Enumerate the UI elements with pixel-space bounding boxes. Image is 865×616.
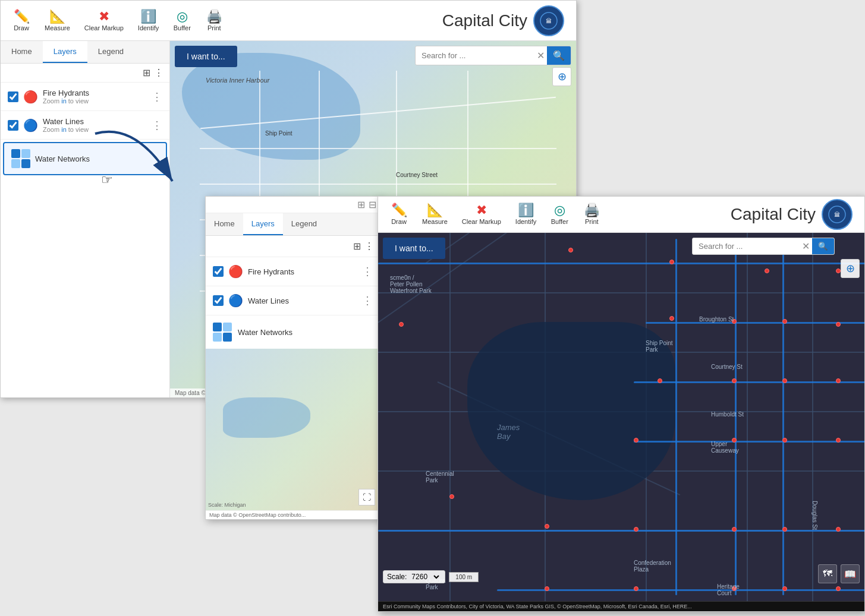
win3-buffer-button[interactable]: ◎ Buffer bbox=[545, 201, 574, 228]
hd13 bbox=[836, 378, 841, 383]
draw-button[interactable]: ✏️ Draw bbox=[7, 8, 36, 34]
water-networks-icon bbox=[11, 149, 30, 168]
sidebar1: Home Layers Legend ⊞ ⋮ 🔴 Fire Hydrants Z… bbox=[1, 41, 170, 397]
i-want-button1[interactable]: I want to... bbox=[175, 46, 237, 67]
map-label-harbour: Victoria Inner Harbour bbox=[206, 77, 269, 84]
svg-text:🏛: 🏛 bbox=[546, 18, 552, 24]
win3-book-icon[interactable]: 📖 bbox=[841, 564, 860, 583]
hd17 bbox=[836, 438, 841, 443]
tab-legend1[interactable]: Legend bbox=[87, 41, 134, 63]
street-h2 bbox=[200, 148, 556, 149]
hd5 bbox=[399, 322, 404, 327]
fire-hydrants-sub: Zoom in to view bbox=[43, 97, 147, 105]
tab-layers1[interactable]: Layers bbox=[43, 41, 87, 63]
win3-print-icon: 🖨️ bbox=[584, 204, 600, 217]
hd11 bbox=[732, 378, 737, 383]
win2-layer-toolbar: ⊞ ⋮ bbox=[206, 236, 380, 257]
clear-markup-button[interactable]: ✖ Clear Markup bbox=[78, 8, 130, 34]
win3-scale-bar: Scale: 7260 5000 10000 100 m bbox=[383, 570, 479, 583]
draw-label: Draw bbox=[14, 24, 29, 31]
win3-clear-markup-label: Clear Markup bbox=[462, 218, 501, 225]
street-h3 bbox=[200, 184, 556, 185]
layer-stack-icon[interactable]: ⊞ bbox=[143, 67, 150, 78]
hd1 bbox=[568, 248, 573, 252]
win2-collapse-icon[interactable]: ⊟ bbox=[369, 199, 376, 210]
win2-fire-name: Fire Hydrants bbox=[248, 267, 357, 276]
search-bar1: ✕ 🔍 bbox=[415, 46, 571, 65]
win3-search-clear[interactable]: ✕ bbox=[800, 238, 812, 254]
fire-hydrants-name: Fire Hydrants bbox=[43, 89, 147, 97]
measure-button[interactable]: 📐 Measure bbox=[39, 8, 76, 34]
search-input1[interactable] bbox=[416, 48, 534, 64]
win2-tab-legend[interactable]: Legend bbox=[283, 213, 325, 235]
win2-fire-menu[interactable]: ⋮ bbox=[362, 265, 373, 278]
win2-tab-layers[interactable]: Layers bbox=[243, 213, 283, 235]
app-logo1: 🏛 bbox=[533, 5, 564, 36]
win3-search-input[interactable] bbox=[693, 238, 800, 254]
win3-measure-button[interactable]: 📐 Measure bbox=[416, 201, 454, 228]
search-clear1[interactable]: ✕ bbox=[534, 48, 547, 64]
hd27 bbox=[782, 586, 787, 591]
water-networks-name: Water Networks bbox=[35, 154, 90, 163]
win2-tab-home[interactable]: Home bbox=[206, 213, 243, 235]
win3-identify-button[interactable]: ℹ️ Identify bbox=[509, 201, 542, 228]
win3-identify-label: Identify bbox=[515, 218, 536, 225]
win3-locate-btn[interactable]: ⊕ bbox=[841, 259, 860, 278]
hd8 bbox=[782, 319, 787, 324]
hd7 bbox=[732, 319, 737, 324]
win3-search-bar: ✕ 🔍 bbox=[692, 238, 835, 255]
hd19 bbox=[545, 524, 549, 529]
fire-hydrants-checkbox[interactable] bbox=[8, 91, 18, 102]
ds-v1 bbox=[449, 233, 451, 601]
win3-legend-icon[interactable]: 🗺 bbox=[818, 564, 837, 583]
win2-water-icon: 🔵 bbox=[228, 293, 243, 308]
hd15 bbox=[732, 438, 737, 443]
water-lines-menu[interactable]: ⋮ bbox=[152, 119, 162, 132]
win2-harbor bbox=[223, 397, 310, 438]
win2-fire-icon: 🔴 bbox=[228, 264, 243, 279]
print-button[interactable]: 🖨️ Print bbox=[199, 8, 229, 34]
tab-home1[interactable]: Home bbox=[1, 41, 43, 63]
hd21 bbox=[732, 527, 737, 532]
water-lines-sub: Zoom in to view bbox=[43, 126, 147, 133]
win2-water-menu[interactable]: ⋮ bbox=[362, 294, 373, 307]
win2-grid-icon[interactable]: ⊞ bbox=[357, 199, 365, 210]
identify-button[interactable]: ℹ️ Identify bbox=[132, 8, 165, 34]
identify-label: Identify bbox=[138, 24, 159, 31]
win3-draw-button[interactable]: ✏️ Draw bbox=[384, 201, 414, 228]
hd12 bbox=[782, 378, 787, 383]
sidebar-menu-icon[interactable]: ⋮ bbox=[154, 67, 163, 78]
hd10 bbox=[658, 378, 662, 383]
layer-water-networks[interactable]: Water Networks bbox=[3, 142, 167, 175]
scale-select[interactable]: 7260 5000 10000 bbox=[409, 572, 441, 582]
win2-titlebar: ⊞ ⊟ bbox=[206, 197, 380, 213]
win2-layer-networks: Water Networks bbox=[206, 315, 380, 349]
win2-water-checkbox[interactable] bbox=[213, 295, 224, 306]
fire-hydrants-info: Fire Hydrants Zoom in to view bbox=[43, 89, 147, 105]
win3-clear-markup-button[interactable]: ✖ Clear Markup bbox=[456, 201, 507, 228]
win3-measure-label: Measure bbox=[422, 218, 448, 225]
win3-map[interactable]: scme0n /Peter PollenWaterfront Park Jame… bbox=[378, 233, 864, 601]
buffer-icon: ◎ bbox=[177, 10, 188, 23]
buffer-label: Buffer bbox=[174, 24, 191, 31]
buffer-button[interactable]: ◎ Buffer bbox=[167, 8, 197, 34]
hd16 bbox=[782, 438, 787, 443]
scale-bar-visual: 100 m bbox=[449, 572, 479, 582]
win3-buffer-icon: ◎ bbox=[554, 204, 565, 217]
win2-menu-icon[interactable]: ⋮ bbox=[364, 241, 374, 252]
win3-i-want-button[interactable]: I want to... bbox=[383, 238, 445, 259]
win3-print-button[interactable]: 🖨️ Print bbox=[577, 201, 606, 228]
win2-networks-name: Water Networks bbox=[238, 328, 373, 337]
search-button1[interactable]: 🔍 bbox=[547, 46, 571, 65]
locate-button1[interactable]: ⊕ bbox=[552, 67, 571, 86]
water-lines-checkbox[interactable] bbox=[8, 120, 18, 131]
hd25 bbox=[634, 586, 638, 591]
win2-map[interactable]: ⛶ Scale: Michigan bbox=[206, 349, 380, 510]
wl5 bbox=[646, 322, 864, 324]
win2-expand-btn[interactable]: ⛶ bbox=[358, 489, 375, 506]
fire-hydrants-menu[interactable]: ⋮ bbox=[152, 90, 162, 103]
win2-fire-checkbox[interactable] bbox=[213, 266, 224, 277]
win2-stack-icon[interactable]: ⊞ bbox=[353, 241, 361, 252]
wl9 bbox=[497, 589, 864, 591]
win3-search-button[interactable]: 🔍 bbox=[812, 238, 834, 254]
